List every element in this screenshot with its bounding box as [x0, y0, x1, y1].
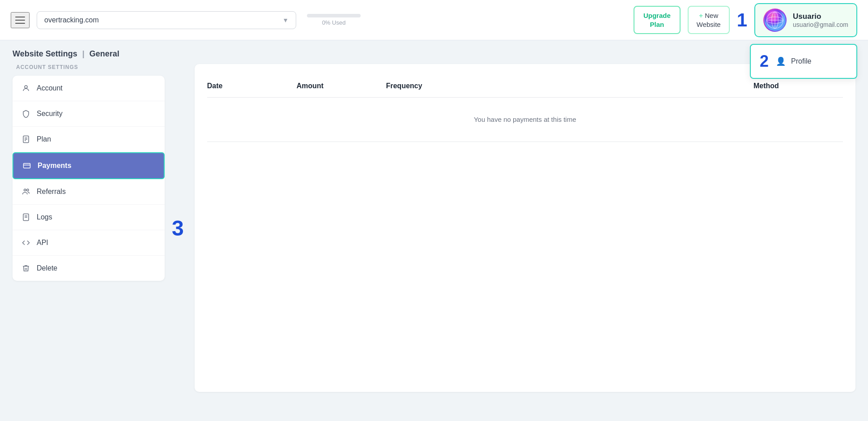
svg-point-14	[27, 189, 29, 191]
sidebar-logs-label: Logs	[37, 213, 52, 221]
sidebar-item-account[interactable]: Account	[13, 76, 165, 101]
trash-icon	[21, 264, 30, 273]
col-frequency: Frequency	[386, 82, 753, 90]
people-icon	[21, 187, 30, 196]
col-method: Method	[753, 82, 843, 90]
person-icon	[21, 84, 30, 93]
main-layout: ACCOUNT SETTINGS Account	[0, 64, 868, 404]
page-subtitle: General	[89, 49, 119, 58]
header: overtracking.com ▼ 0% Used Upgrade Plan …	[0, 0, 868, 40]
new-website-button[interactable]: + NewWebsite	[688, 6, 730, 34]
sidebar-menu: Account Security	[13, 76, 165, 281]
svg-point-13	[24, 189, 26, 191]
sidebar-item-api[interactable]: API	[13, 230, 165, 256]
user-email: usuario@gmail.com	[793, 21, 848, 28]
user-name: Usuario	[793, 12, 848, 21]
hamburger-button[interactable]	[11, 12, 30, 28]
page-title-bar: Website Settings | General	[0, 40, 868, 64]
usage-label: 0% Used	[322, 19, 346, 26]
svg-rect-11	[24, 163, 30, 168]
profile-dropdown: 2 👤 Profile	[750, 44, 857, 79]
empty-message: You have no payments at this time	[474, 116, 576, 123]
chevron-down-icon: ▼	[282, 17, 289, 24]
usage-area: 0% Used	[307, 14, 361, 26]
profile-label: Profile	[791, 57, 811, 65]
sidebar-plan-label: Plan	[37, 135, 51, 143]
sidebar-item-security[interactable]: Security	[13, 101, 165, 127]
user-profile-card[interactable]: Usuario usuario@gmail.com	[754, 3, 857, 37]
usage-bar	[307, 14, 361, 17]
code-icon	[21, 238, 30, 247]
table-header: Date Amount Frequency Method	[207, 77, 843, 98]
upgrade-line1: Upgrade	[643, 12, 671, 19]
sidebar-container: ACCOUNT SETTINGS Account	[13, 64, 184, 392]
sidebar-item-logs[interactable]: Logs	[13, 205, 165, 230]
card-icon	[22, 161, 31, 170]
svg-point-6	[25, 86, 27, 88]
avatar	[763, 9, 787, 32]
sidebar: ACCOUNT SETTINGS Account	[13, 64, 165, 281]
document-icon	[21, 135, 30, 144]
table-empty-row: You have no payments at this time	[207, 98, 843, 142]
col-date: Date	[207, 82, 297, 90]
sidebar-section-label: ACCOUNT SETTINGS	[13, 64, 165, 76]
sidebar-account-label: Account	[37, 84, 63, 92]
upgrade-plan-button[interactable]: Upgrade Plan	[634, 6, 681, 34]
content-area: Date Amount Frequency Method You have no…	[195, 64, 855, 392]
step1-badge: 1	[737, 9, 747, 31]
page-title: Website Settings | General	[13, 49, 119, 58]
col-amount: Amount	[297, 82, 386, 90]
sidebar-security-label: Security	[37, 110, 63, 118]
step3-badge: 3	[172, 216, 184, 241]
file-icon	[21, 213, 30, 222]
sidebar-payments-label: Payments	[38, 162, 72, 170]
step2-badge: 2	[760, 52, 769, 71]
sidebar-item-plan[interactable]: Plan	[13, 127, 165, 152]
sidebar-api-label: API	[37, 239, 48, 247]
domain-selector[interactable]: overtracking.com ▼	[37, 11, 296, 29]
separator: |	[82, 49, 85, 58]
upgrade-line2: Plan	[650, 21, 664, 28]
domain-value: overtracking.com	[44, 16, 99, 24]
sidebar-referrals-label: Referrals	[37, 188, 66, 196]
sidebar-item-delete[interactable]: Delete	[13, 256, 165, 281]
payments-table: Date Amount Frequency Method You have no…	[207, 77, 843, 142]
plus-icon: +	[699, 12, 703, 19]
user-info: Usuario usuario@gmail.com	[793, 12, 848, 28]
page-title-main: Website Settings	[13, 49, 77, 58]
person-icon: 👤	[776, 56, 786, 66]
sidebar-item-referrals[interactable]: Referrals	[13, 179, 165, 205]
sidebar-item-payments[interactable]: Payments	[13, 152, 165, 179]
profile-menu-item[interactable]: 2 👤 Profile	[751, 45, 856, 78]
shield-icon	[21, 109, 30, 118]
sidebar-delete-label: Delete	[37, 264, 57, 272]
